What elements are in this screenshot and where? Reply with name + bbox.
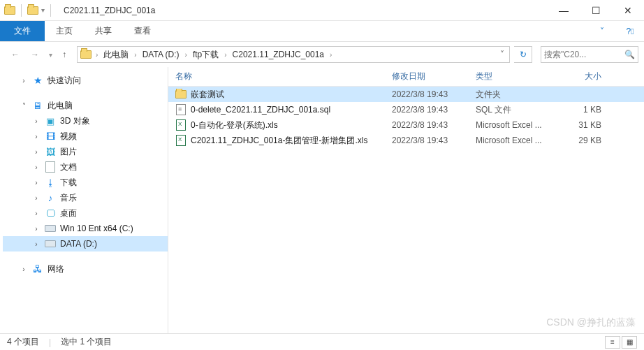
help-button[interactable]: ?⃝	[616, 21, 644, 41]
quick-access-toolbar: ▾	[0, 4, 58, 17]
chevron-right-icon[interactable]: ›	[32, 194, 41, 202]
forward-button[interactable]: →	[25, 45, 45, 64]
file-row[interactable]: 0-自动化-登录(系统).xls2022/3/8 19:43Microsoft …	[168, 117, 644, 133]
drive-icon	[45, 225, 56, 232]
breadcrumb[interactable]: 此电脑	[99, 47, 133, 62]
column-header-name[interactable]: 名称	[168, 71, 385, 82]
file-name-cell[interactable]: 0-delete_C2021.11_ZDHJC_001a.sql	[168, 104, 385, 115]
folder-icon	[78, 50, 94, 59]
file-size-cell: 31 KB	[552, 120, 608, 130]
file-name-cell[interactable]: 0-自动化-登录(系统).xls	[168, 119, 385, 131]
address-dropdown[interactable]: ˅	[495, 50, 509, 59]
history-dropdown[interactable]: ▾	[45, 45, 56, 64]
chevron-down-icon[interactable]: ˅	[20, 102, 28, 110]
chevron-right-icon[interactable]: ›	[20, 265, 28, 273]
column-header-size[interactable]: 大小	[552, 71, 608, 82]
file-row[interactable]: C2021.11_ZDHJC_001a-集团管理-新增集团.xls2022/3/…	[168, 133, 644, 148]
search-icon: 🔍	[624, 50, 635, 59]
file-date-cell: 2022/3/8 19:43	[385, 136, 469, 145]
excel-icon	[175, 135, 186, 146]
file-name-label: 嵌套测试	[191, 89, 224, 101]
folder-open-icon[interactable]	[27, 6, 38, 15]
chevron-right-icon[interactable]: ›	[32, 163, 41, 171]
sidebar-item-3d-objects[interactable]: › ▣ 3D 对象	[3, 113, 168, 129]
tab-home[interactable]: 主页	[45, 21, 84, 41]
maximize-button[interactable]: ☐	[580, 0, 612, 21]
breadcrumb[interactable]: C2021.11_ZDHJC_001a	[228, 47, 328, 62]
file-date-cell: 2022/3/8 19:43	[385, 89, 469, 99]
tab-file[interactable]: 文件	[0, 21, 45, 41]
chevron-right-icon[interactable]: ›	[32, 225, 41, 233]
sidebar-item-quick-access[interactable]: › ★ 快速访问	[3, 73, 168, 88]
file-name-cell[interactable]: C2021.11_ZDHJC_001a-集团管理-新增集团.xls	[168, 135, 385, 147]
minimize-button[interactable]: —	[548, 0, 580, 21]
body-split: › ★ 快速访问 ˅ 🖥 此电脑 › ▣ 3D 对象 › 🎞 视频 › 🖼 图片…	[0, 67, 644, 333]
chevron-right-icon[interactable]: ›	[32, 148, 41, 156]
breadcrumb[interactable]: DATA (D:)	[138, 47, 184, 62]
ribbon-collapse-button[interactable]: ˅	[588, 21, 616, 41]
chevron-right-icon[interactable]: ›	[32, 210, 41, 217]
address-bar[interactable]: › 此电脑 › DATA (D:) › ftp下载 › C2021.11_ZDH…	[77, 46, 510, 63]
file-name-label: 0-自动化-登录(系统).xls	[191, 119, 278, 131]
sidebar-item-label: Win 10 Ent x64 (C:)	[60, 224, 133, 233]
sidebar-item-label: 网络	[47, 263, 64, 275]
chevron-right-icon[interactable]: ›	[328, 51, 333, 59]
up-button[interactable]: ↑	[56, 46, 73, 63]
back-button[interactable]: ←	[6, 45, 25, 64]
separator: |	[49, 337, 51, 347]
file-row[interactable]: 嵌套测试2022/3/8 19:43文件夹	[168, 87, 644, 102]
tab-share[interactable]: 共享	[84, 21, 123, 41]
ribbon-spacer	[162, 21, 588, 41]
search-input[interactable]: 搜索"C20... 🔍	[541, 46, 638, 63]
chevron-right-icon[interactable]: ›	[32, 179, 41, 187]
close-button[interactable]: ✕	[612, 0, 644, 21]
search-placeholder: 搜索"C20...	[544, 49, 624, 61]
file-row[interactable]: 0-delete_C2021.11_ZDHJC_001a.sql2022/3/8…	[168, 102, 644, 117]
window-controls: — ☐ ✕	[548, 0, 644, 21]
breadcrumb[interactable]: ftp下载	[189, 47, 223, 62]
separator	[50, 4, 51, 17]
chevron-down-icon[interactable]: ▾	[41, 6, 45, 14]
chevron-right-icon[interactable]: ›	[223, 51, 228, 59]
desktop-icon: 🖵	[45, 208, 56, 219]
sidebar-item-this-pc[interactable]: ˅ 🖥 此电脑	[3, 98, 168, 113]
downloads-icon: ⭳	[45, 177, 56, 188]
column-headers[interactable]: 名称 修改日期 类型 大小	[168, 67, 644, 87]
chevron-right-icon[interactable]: ›	[32, 133, 41, 140]
sidebar-item-label: 快速访问	[47, 75, 81, 87]
sidebar-item-music[interactable]: › ♪ 音乐	[3, 190, 168, 205]
column-header-date[interactable]: 修改日期	[385, 71, 469, 82]
sidebar-item-drive-d[interactable]: › DATA (D:)	[3, 236, 168, 251]
file-type-cell: Microsoft Excel ...	[469, 120, 552, 130]
icons-view-button[interactable]: ▦	[622, 336, 637, 349]
column-header-type[interactable]: 类型	[469, 71, 552, 82]
navigation-pane[interactable]: › ★ 快速访问 ˅ 🖥 此电脑 › ▣ 3D 对象 › 🎞 视频 › 🖼 图片…	[0, 67, 168, 333]
sidebar-item-network[interactable]: › 🖧 网络	[3, 261, 168, 277]
file-name-cell[interactable]: 嵌套测试	[168, 89, 385, 101]
chevron-right-icon[interactable]: ›	[133, 51, 138, 59]
sidebar-item-label: 3D 对象	[60, 115, 90, 127]
sidebar-item-pictures[interactable]: › 🖼 图片	[3, 144, 168, 159]
nav-buttons: ← → ▾ ↑	[6, 45, 73, 64]
chevron-right-icon[interactable]: ›	[94, 51, 99, 59]
video-icon: 🎞	[45, 131, 56, 142]
window-title: C2021.11_ZDHJC_001a	[58, 6, 155, 15]
document-icon	[45, 161, 56, 173]
file-size-cell: 1 KB	[552, 105, 608, 115]
sidebar-item-drive-c[interactable]: › Win 10 Ent x64 (C:)	[3, 221, 168, 236]
sidebar-item-desktop[interactable]: › 🖵 桌面	[3, 205, 168, 221]
chevron-right-icon[interactable]: ›	[184, 51, 189, 59]
excel-icon	[175, 119, 186, 131]
tab-view[interactable]: 查看	[123, 21, 162, 41]
sidebar-item-videos[interactable]: › 🎞 视频	[3, 129, 168, 144]
details-view-button[interactable]: ≡	[605, 336, 620, 349]
sidebar-item-downloads[interactable]: › ⭳ 下载	[3, 175, 168, 190]
chevron-right-icon[interactable]: ›	[32, 117, 41, 125]
chevron-right-icon[interactable]: ›	[20, 77, 28, 85]
sidebar-item-label: 音乐	[60, 192, 77, 204]
sidebar-item-documents[interactable]: › 文档	[3, 159, 168, 175]
refresh-button[interactable]: ↻	[514, 46, 532, 63]
chevron-right-icon[interactable]: ›	[32, 240, 41, 248]
view-mode-buttons: ≡ ▦	[605, 336, 637, 349]
file-date-cell: 2022/3/8 19:43	[385, 105, 469, 115]
